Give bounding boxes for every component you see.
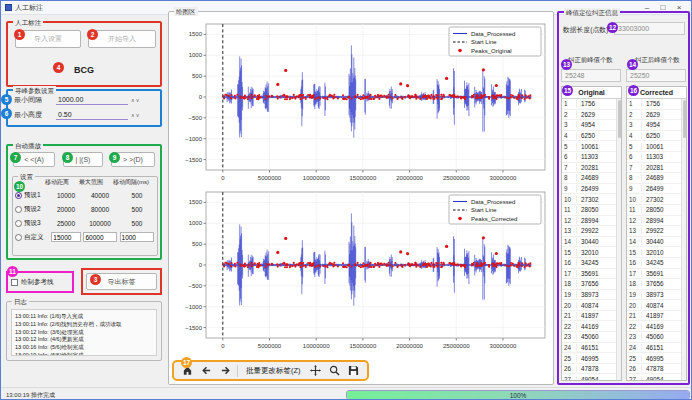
original-peaks-list[interactable]: Original 1175622629349544625051006161130… xyxy=(561,86,622,381)
corrected-scrollbar[interactable] xyxy=(681,99,686,380)
after-count-label: 纠正后峰值个数 xyxy=(635,56,680,65)
peak-row[interactable]: 1837656 xyxy=(562,279,621,290)
peak-row[interactable]: 1735691 xyxy=(562,269,621,280)
peak-row[interactable]: 22629 xyxy=(627,110,686,121)
badge-8: 8 xyxy=(62,152,73,163)
preset-row[interactable]: 预设22000080000500 xyxy=(15,202,157,216)
peak-row[interactable]: 1027302 xyxy=(562,194,621,205)
peak-row[interactable]: 11756 xyxy=(562,99,621,110)
after-count-field xyxy=(626,69,686,82)
peak-row[interactable]: 1532010 xyxy=(627,247,686,258)
peak-row[interactable]: 1938973 xyxy=(627,290,686,301)
peak-row[interactable]: 1532010 xyxy=(562,247,621,258)
peak-row[interactable]: 1837656 xyxy=(627,279,686,290)
peak-row[interactable]: 2040874 xyxy=(627,300,686,311)
peak-row[interactable]: 22629 xyxy=(562,110,621,121)
peak-row[interactable]: 2647878 xyxy=(627,364,686,375)
peak-row[interactable]: 2345060 xyxy=(562,332,621,343)
zoom-icon[interactable] xyxy=(328,364,342,378)
custom-preset-input[interactable] xyxy=(83,232,116,242)
peak-row[interactable]: 1228994 xyxy=(627,216,686,227)
peak-row[interactable]: 1128050 xyxy=(627,205,686,216)
peak-row[interactable]: 824689 xyxy=(627,173,686,184)
peak-row[interactable]: 2040874 xyxy=(562,300,621,311)
preset-radio[interactable] xyxy=(15,192,22,199)
peak-row[interactable]: 2749054 xyxy=(562,374,621,381)
preset-row[interactable]: 自定义 xyxy=(15,230,157,244)
peak-row[interactable]: 510061 xyxy=(627,141,686,152)
back-arrow-icon[interactable] xyxy=(199,364,213,378)
peak-row[interactable]: 1228994 xyxy=(562,216,621,227)
peak-row[interactable]: 2244169 xyxy=(562,321,621,332)
custom-preset-input[interactable] xyxy=(120,232,155,242)
svg-text:−500: −500 xyxy=(188,283,202,289)
log-line: 13:00:11 Info: (1/6)导入完成 xyxy=(15,313,153,321)
log-line: 13:00:16 Info: (5/6)绘制完成 xyxy=(15,344,153,352)
peak-row[interactable]: 2446151 xyxy=(562,343,621,354)
plot-area-title: 绘图区 xyxy=(174,7,198,16)
min-interval-label: 最小间隔 xyxy=(14,95,56,105)
peak-row[interactable]: 2647878 xyxy=(562,364,621,375)
peak-row[interactable]: 34954 xyxy=(627,120,686,131)
peak-row[interactable]: 1938973 xyxy=(562,290,621,301)
forward-arrow-icon[interactable] xyxy=(218,364,232,378)
peak-row[interactable]: 11756 xyxy=(627,99,686,110)
signal-chart-original[interactable]: −1500−1000−50005001000150005000000100000… xyxy=(172,20,550,184)
preset-radio[interactable] xyxy=(15,234,22,241)
batch-edit-labels-button[interactable]: 批量更改标签(Z) xyxy=(243,366,304,376)
badge-5: 5 xyxy=(1,94,12,105)
peak-params-title: 寻峰参数设置 xyxy=(13,86,56,95)
peak-row[interactable]: 2749054 xyxy=(627,374,686,381)
peak-row[interactable]: 2141897 xyxy=(562,311,621,322)
preset-row[interactable]: 预设11000040000500 xyxy=(15,188,157,202)
peak-row[interactable]: 824689 xyxy=(562,173,621,184)
preset-value: 500 xyxy=(118,206,156,213)
min-height-input[interactable] xyxy=(56,110,128,120)
peak-row[interactable]: 1329922 xyxy=(627,226,686,237)
peak-row[interactable]: 510061 xyxy=(562,141,621,152)
custom-preset-input[interactable] xyxy=(51,232,80,242)
peak-row[interactable]: 926499 xyxy=(627,184,686,195)
preset-radio[interactable] xyxy=(15,220,22,227)
start-import-button[interactable]: 开始导入 xyxy=(88,30,156,48)
peak-row[interactable]: 1027302 xyxy=(627,194,686,205)
peak-row[interactable]: 46250 xyxy=(627,131,686,142)
peak-row[interactable]: 2244169 xyxy=(627,321,686,332)
peak-row[interactable]: 1430440 xyxy=(627,237,686,248)
peak-row[interactable]: 2546995 xyxy=(627,353,686,364)
peak-row[interactable]: 720281 xyxy=(627,163,686,174)
spinner-arrows-icon[interactable]: ∧∨ xyxy=(131,112,140,118)
reference-line-label: 绘制参考线 xyxy=(21,278,54,287)
corrected-peaks-list[interactable]: Corrected 117562262934954462505100616113… xyxy=(626,86,687,381)
preset-row[interactable]: 预设325000100000500 xyxy=(15,216,157,230)
peak-row[interactable]: 46250 xyxy=(562,131,621,142)
min-height-label: 最小高度 xyxy=(14,110,56,120)
peak-row[interactable]: 1735691 xyxy=(627,269,686,280)
preset-value: 80000 xyxy=(82,206,118,213)
peak-row[interactable]: 720281 xyxy=(562,163,621,174)
min-interval-input[interactable] xyxy=(56,95,128,105)
peak-row[interactable]: 2345060 xyxy=(627,332,686,343)
peak-row[interactable]: 2141897 xyxy=(627,311,686,322)
peak-row[interactable]: 34954 xyxy=(562,120,621,131)
peak-row[interactable]: 1634245 xyxy=(562,258,621,269)
signal-chart-corrected[interactable]: −1500−1000−50005001000150005000000100000… xyxy=(172,188,550,352)
peak-row[interactable]: 1128050 xyxy=(562,205,621,216)
save-icon[interactable] xyxy=(347,364,361,378)
peak-row[interactable]: 1634245 xyxy=(627,258,686,269)
peak-row[interactable]: 1430440 xyxy=(562,237,621,248)
peak-row[interactable]: 611303 xyxy=(562,152,621,163)
peak-row[interactable]: 611303 xyxy=(627,152,686,163)
reference-line-checkbox[interactable] xyxy=(11,279,18,286)
badge-12: 12 xyxy=(607,22,618,33)
peak-row[interactable]: 1329922 xyxy=(562,226,621,237)
original-scrollbar[interactable] xyxy=(616,99,621,380)
pan-icon[interactable] xyxy=(309,364,323,378)
log-title: 日志 xyxy=(12,297,29,306)
spinner-arrows-icon[interactable]: ∧∨ xyxy=(131,97,140,103)
autoplay-title: 自动播放 xyxy=(13,141,43,150)
peak-row[interactable]: 2446151 xyxy=(627,343,686,354)
preset-radio[interactable] xyxy=(15,206,22,213)
peak-row[interactable]: 2546995 xyxy=(562,353,621,364)
peak-row[interactable]: 926499 xyxy=(562,184,621,195)
